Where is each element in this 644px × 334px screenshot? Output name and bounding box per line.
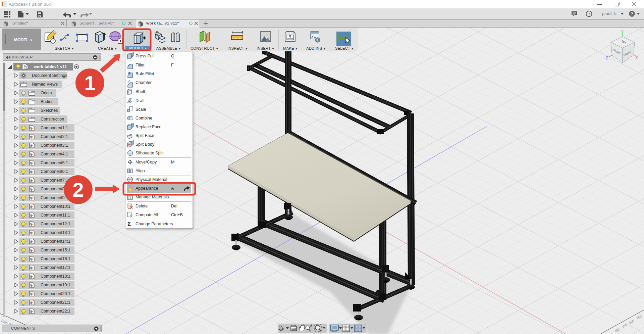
svg-text:2: 2 (72, 179, 84, 201)
svg-text:1: 1 (84, 72, 95, 94)
